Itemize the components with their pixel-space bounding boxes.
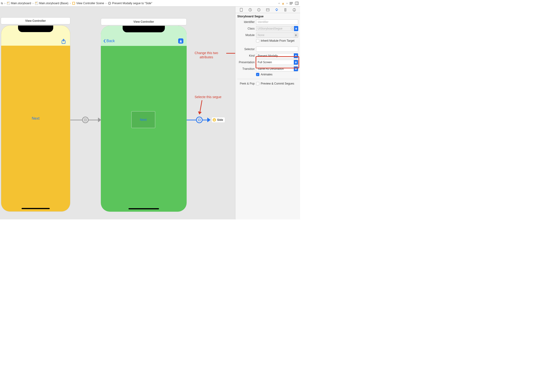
class-jump-icon[interactable]: › <box>291 27 294 30</box>
inherit-row: Inherit Module From Target <box>237 39 298 42</box>
class-label: Class <box>237 27 255 30</box>
chevron-left-icon <box>103 39 106 43</box>
device-notch <box>123 26 165 32</box>
svg-rect-11 <box>295 2 298 5</box>
chevron-right-icon: › <box>69 2 71 5</box>
module-select[interactable]: None <box>256 33 298 38</box>
annotation-arrow-icon <box>199 100 202 114</box>
history-inspector-tab[interactable] <box>247 8 253 12</box>
storyboard-canvas[interactable]: View Controller View Controller Next Bac… <box>0 7 235 219</box>
connections-inspector-tab[interactable] <box>292 8 297 12</box>
device-notch <box>18 26 53 32</box>
peekpop-row: Peek & Pop Preview & Commit Segues <box>237 82 298 85</box>
side-scene-reference[interactable]: ◎ Side <box>211 117 225 123</box>
crumb-4[interactable]: Present Modally segue to "Side" <box>107 2 153 5</box>
viewcontroller-b[interactable]: Back Next <box>101 26 187 212</box>
scene-icon <box>72 2 75 5</box>
peekpop-text: Preview & Commit Segues <box>261 82 298 85</box>
storyboard-file-icon <box>35 2 38 5</box>
peekpop-label: Peek & Pop <box>237 82 255 85</box>
svg-rect-9 <box>290 3 293 4</box>
kind-select[interactable]: Present Modally <box>256 53 298 58</box>
scene-title-a[interactable]: View Controller <box>1 17 70 24</box>
home-indicator <box>22 208 50 209</box>
identifier-label: Identifier <box>237 20 255 24</box>
chevron-right-icon: › <box>4 2 6 5</box>
separator <box>237 79 298 79</box>
crumb-1[interactable]: Main.storyboard <box>6 2 32 5</box>
animates-row: ✓ Animates <box>237 73 298 76</box>
identity-inspector-tab[interactable] <box>265 8 271 12</box>
warning-icon[interactable]: ▲ <box>281 1 285 5</box>
annotation-text: Selecte this segue <box>195 95 221 99</box>
chevron-right-icon: › <box>105 2 107 5</box>
peekpop-checkbox[interactable] <box>256 82 259 85</box>
crumb-2[interactable]: Main.storyboard (Base) <box>34 2 69 5</box>
breadcrumb: ls › Main.storyboard › Main.storyboard (… <box>0 2 278 5</box>
outline-toggle-button[interactable] <box>289 1 293 5</box>
svg-rect-10 <box>290 4 292 5</box>
segue-a-to-b[interactable] <box>70 117 101 123</box>
transition-select[interactable]: Same As Destination <box>256 66 298 71</box>
back-button[interactable]: Back <box>103 39 115 43</box>
segue-b-to-side[interactable] <box>187 117 210 123</box>
inspector-section-header: Storyboard Segue <box>235 13 300 19</box>
nav-forward-button[interactable]: › <box>287 2 287 5</box>
segue-icon <box>108 2 111 5</box>
crumb-3[interactable]: View Controller Scene <box>71 2 105 5</box>
download-icon[interactable] <box>178 38 183 44</box>
help-inspector-tab[interactable]: ? <box>256 8 262 12</box>
svg-rect-21 <box>240 8 242 11</box>
inspector-tabs: ? <box>235 7 300 13</box>
svg-text:?: ? <box>258 9 259 11</box>
container-view[interactable]: Next <box>131 111 155 128</box>
transition-label: Transition <box>237 67 255 70</box>
presentation-row: Presentation Full Screen <box>237 60 298 65</box>
file-inspector-tab[interactable] <box>239 8 244 12</box>
nav-back-button[interactable]: ‹ <box>278 2 279 5</box>
toolbar-right: ‹ ▲ › <box>278 1 299 5</box>
storyboard-file-icon <box>7 2 10 5</box>
svg-rect-25 <box>266 9 269 11</box>
identifier-input[interactable] <box>256 19 298 25</box>
class-row: Class UIStoryboardSegue › <box>237 26 298 31</box>
assistant-toggle-button[interactable] <box>295 1 299 5</box>
svg-point-6 <box>108 2 111 5</box>
scene-title-b[interactable]: View Controller <box>101 18 187 25</box>
svg-rect-5 <box>73 2 75 4</box>
inherit-checkbox[interactable] <box>256 39 259 42</box>
presentation-label: Presentation <box>237 61 255 64</box>
annotation-arrow-icon <box>226 53 235 54</box>
module-label: Module <box>237 33 255 37</box>
size-inspector-tab[interactable] <box>282 8 288 12</box>
identifier-row: Identifier <box>237 19 298 25</box>
svg-rect-7 <box>109 3 110 4</box>
presentation-select[interactable]: Full Screen <box>256 60 298 65</box>
scene-reference-icon: ◎ <box>213 118 216 121</box>
kind-label: Kind <box>237 54 255 57</box>
dropdown-caret-icon[interactable] <box>294 26 298 31</box>
segue-glyph-icon <box>196 117 203 123</box>
attributes-inspector-tab[interactable] <box>274 8 279 12</box>
selector-input[interactable] <box>256 47 298 52</box>
next-button-b[interactable]: Next <box>140 118 147 121</box>
animates-label: Animates <box>261 73 298 76</box>
svg-rect-8 <box>290 2 293 3</box>
inherit-label: Inherit Module From Target <box>261 39 298 42</box>
main: View Controller View Controller Next Bac… <box>0 7 300 219</box>
crumb-0[interactable]: ls <box>0 2 4 5</box>
animates-checkbox[interactable]: ✓ <box>256 73 259 76</box>
selector-label: Selector <box>237 47 255 51</box>
home-indicator <box>129 208 159 209</box>
svg-rect-1 <box>8 2 9 3</box>
inspector-panel: ? Storyboard Segue Identifier Class UISt… <box>235 7 300 219</box>
next-button-a[interactable]: Next <box>29 115 43 122</box>
breadcrumb-bar: ls › Main.storyboard › Main.storyboard (… <box>0 0 300 7</box>
share-icon[interactable] <box>61 39 66 44</box>
transition-row: Transition Same As Destination <box>237 66 298 71</box>
svg-rect-3 <box>36 2 37 3</box>
chevron-right-icon: › <box>32 2 34 5</box>
viewcontroller-a[interactable]: Next <box>1 25 70 212</box>
kind-row: Kind Present Modally <box>237 53 298 58</box>
class-select[interactable]: UIStoryboardSegue › <box>256 26 294 31</box>
